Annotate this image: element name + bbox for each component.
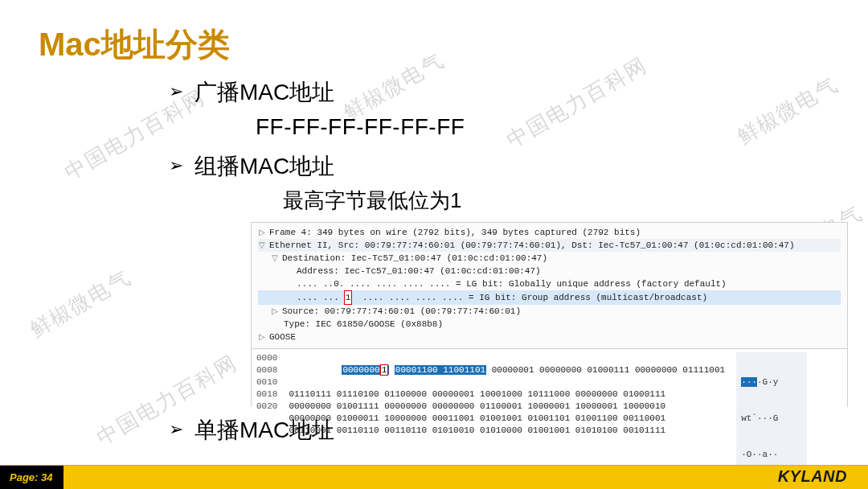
bullet-multicast: ➢ 组播MAC地址 <box>169 151 828 182</box>
page-title: Mac地址分类 <box>39 23 230 67</box>
hex-offset: 0010 <box>256 376 277 388</box>
hex-row: 00000000 01001111 00000000 00000000 0110… <box>289 401 725 413</box>
broadcast-value: FF-FF-FF-FF-FF-FF <box>256 114 828 140</box>
wireshark-panel: ▷Frame 4: 349 bytes on wire (2792 bits),… <box>251 222 848 407</box>
hex-ascii-row: ·O··a·· <box>741 449 802 461</box>
tree-line-frame: Frame 4: 349 bytes on wire (2792 bits), … <box>269 226 641 239</box>
tree-line-addr: Address: Iec-Tc57_01:00:47 (01:0c:cd:01:… <box>297 265 541 277</box>
hex-row: 00000000 01000011 10000000 00011001 0100… <box>289 413 725 425</box>
tree-line-goose: GOOSE <box>269 331 296 343</box>
slide: 中国电力百科网 鲜椒微电气 中国电力百科网 鲜椒微电气 鲜椒微电气 中国电力百科… <box>0 0 868 489</box>
ig-prefix: .... ... <box>297 291 339 304</box>
hex-offset: 0000 <box>256 352 277 364</box>
watermark: 鲜椒微电气 <box>25 263 137 343</box>
bullet-label: 组播MAC地址 <box>194 151 334 182</box>
hex-row: 00110001 00110110 00110110 01010010 0101… <box>289 425 725 437</box>
hex-offset: 0018 <box>256 388 277 401</box>
brand-logo: KYLAND <box>778 467 847 486</box>
hex-row: 00000001 00001100 11001101 00000001 0000… <box>289 352 725 388</box>
hex-ascii-row: wt`···G <box>741 413 802 425</box>
bullet-icon: ➢ <box>169 415 183 444</box>
tree-toggle-icon[interactable]: ▽ <box>271 252 279 265</box>
footer-bar: Page: 34 <box>0 465 868 489</box>
content-area: ➢ 广播MAC地址 FF-FF-FF-FF-FF-FF ➢ 组播MAC地址 最高… <box>169 76 828 215</box>
tree-line-lg: .... ..0. .... .... .... .... = LG bit: … <box>297 277 727 290</box>
tree-line-dst: Destination: Iec-Tc57_01:00:47 (01:0c:cd… <box>282 252 547 265</box>
bullet-broadcast: ➢ 广播MAC地址 <box>169 77 828 108</box>
bullet-icon: ➢ <box>169 151 183 180</box>
bullet-unicast: ➢ 单播MAC地址 <box>169 415 334 446</box>
ig-suffix: .... .... .... .... = IG bit: Group addr… <box>357 291 707 304</box>
hex-offset: 0020 <box>256 401 277 413</box>
tree-line-ig-row: .... ...1 .... .... .... .... = IG bit: … <box>258 290 841 305</box>
tree-toggle-icon[interactable]: ▷ <box>258 331 266 343</box>
packet-tree: ▷Frame 4: 349 bytes on wire (2792 bits),… <box>252 223 847 348</box>
bullet-unicast-wrap: ➢ 单播MAC地址 <box>169 413 334 446</box>
hex-rest: 00000001 00000000 01000111 00000000 0111… <box>486 365 725 375</box>
hex-selected-a: 00000001 <box>342 365 389 375</box>
bullet-label: 单播MAC地址 <box>194 415 334 446</box>
ig-bit-highlight: 1 <box>344 290 353 305</box>
hex-offset: 0008 <box>256 364 277 376</box>
tree-line-eth: Ethernet II, Src: 00:79:77:74:60:01 (00:… <box>269 239 795 252</box>
page-number: Page: 34 <box>0 466 63 490</box>
bullet-label: 广播MAC地址 <box>194 77 334 108</box>
tree-line-src: Source: 00:79:77:74:60:01 (00:79:77:74:6… <box>282 305 521 318</box>
tree-toggle-icon[interactable]: ▷ <box>271 305 279 318</box>
tree-toggle-icon[interactable]: ▽ <box>258 239 266 252</box>
ascii-selected: ··· <box>741 377 757 387</box>
bullet-icon: ➢ <box>169 77 183 106</box>
tree-toggle-icon[interactable]: ▷ <box>258 226 266 239</box>
hex-bit-box: 1 <box>380 364 389 376</box>
hex-selected-b: 00001100 11001101 <box>395 365 486 375</box>
tree-line-type: Type: IEC 61850/GOOSE (0x88b8) <box>284 318 443 331</box>
hex-ascii-row: ····G·y <box>741 376 802 388</box>
multicast-note: 最高字节最低位为1 <box>283 187 828 215</box>
hex-row: 01110111 01110100 01100000 00000001 1000… <box>289 388 725 401</box>
